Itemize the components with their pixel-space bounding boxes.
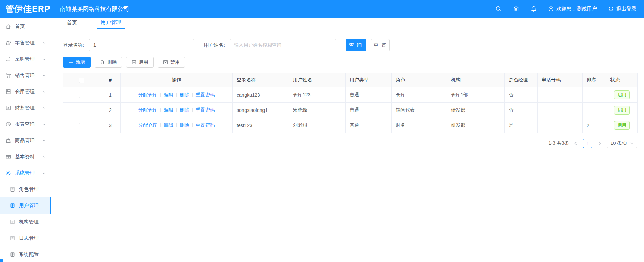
chevron-left-icon	[574, 141, 578, 145]
search-button[interactable]: 查 询	[346, 39, 366, 51]
assign-warehouse-link[interactable]: 分配仓库	[138, 92, 157, 97]
pagination: 1-3 共3条 1 10 条/页	[63, 139, 637, 148]
user-name-input[interactable]	[230, 39, 336, 51]
enable-button[interactable]: 启用	[126, 57, 154, 68]
select-all-cell	[63, 73, 100, 87]
reset-password-link[interactable]: 重置密码	[196, 92, 215, 97]
reset-button[interactable]: 重 置	[371, 39, 390, 51]
sidebar-item-log-management[interactable]: 日志管理	[0, 230, 51, 246]
tab-bar: 首页 用户管理	[51, 18, 644, 29]
row-index: 1	[100, 87, 121, 103]
select-all-checkbox[interactable]	[79, 78, 84, 83]
search-icon[interactable]	[495, 6, 502, 12]
row-checkbox[interactable]	[79, 123, 84, 128]
cell-user-name: 刘老根	[289, 118, 346, 133]
sidebar-item-purchase[interactable]: 采购管理	[0, 51, 51, 67]
user-menu[interactable]: 欢迎您，测试用户	[548, 6, 597, 12]
cell-login-name: cangku123	[233, 87, 289, 103]
reset-password-link[interactable]: 重置密码	[196, 107, 215, 113]
row-actions: 分配仓库编辑删除重置密码	[121, 103, 233, 118]
sidebar-item-label: 用户管理	[19, 202, 39, 209]
sidebar-item-home[interactable]: 首页	[0, 18, 51, 35]
row-checkbox[interactable]	[79, 93, 84, 98]
cell-role: 财务	[392, 118, 447, 133]
sidebar-item-finance[interactable]: 财务管理	[0, 100, 51, 116]
delete-button[interactable]: 删除	[95, 57, 122, 68]
assign-warehouse-link[interactable]: 分配仓库	[138, 107, 157, 113]
prev-page-button[interactable]	[572, 140, 580, 147]
sidebar: 首页 零售管理 采购管理 销售管理 仓库管理	[0, 18, 51, 262]
disable-button[interactable]: 禁用	[158, 57, 185, 68]
cell-user-name: 宋晓锋	[289, 103, 346, 118]
cell-status: 启用	[606, 87, 638, 103]
sidebar-item-reports[interactable]: 报表查询	[0, 116, 51, 132]
row-checkbox[interactable]	[79, 108, 84, 113]
sidebar-item-sales[interactable]: 销售管理	[0, 67, 51, 83]
next-page-button[interactable]	[596, 140, 603, 147]
sidebar-item-label: 角色管理	[19, 186, 39, 193]
sidebar-item-warehouse[interactable]: 仓库管理	[0, 83, 51, 100]
delete-link[interactable]: 删除	[180, 107, 189, 113]
chevron-down-icon	[42, 41, 46, 45]
reset-password-link[interactable]: 重置密码	[196, 122, 215, 128]
basic-data-icon	[5, 154, 11, 160]
sidebar-item-role-management[interactable]: 角色管理	[0, 181, 51, 197]
login-name-input[interactable]	[89, 39, 194, 51]
divider	[160, 123, 161, 127]
pagination-summary: 1-3 共3条	[549, 140, 569, 146]
sidebar-item-retail[interactable]: 零售管理	[0, 35, 51, 51]
divider	[192, 93, 193, 97]
cell-org: 仓库1部	[447, 87, 505, 103]
cell-org: 研发部	[447, 118, 505, 133]
chevron-down-icon	[42, 122, 46, 126]
system-gear-icon	[5, 170, 11, 176]
edit-link[interactable]: 编辑	[164, 107, 173, 113]
plus-icon	[69, 60, 73, 65]
col-phone: 电话号码	[538, 73, 583, 87]
cell-sort	[583, 87, 606, 103]
chevron-right-icon	[598, 141, 602, 145]
sidebar-item-system[interactable]: 系统管理	[0, 165, 51, 181]
page-number-button[interactable]: 1	[583, 139, 592, 148]
sidebar-item-org-management[interactable]: 机构管理	[0, 214, 51, 230]
cell-user-type: 普通	[346, 103, 392, 118]
divider	[176, 93, 177, 97]
sidebar-item-system-config[interactable]: 系统配置	[0, 246, 51, 262]
delete-link[interactable]: 删除	[180, 122, 189, 128]
sidebar-bottom-accent	[0, 259, 3, 262]
sidebar-item-basic-data[interactable]: 基本资料	[0, 148, 51, 165]
document-icon	[9, 251, 15, 257]
login-name-label: 登录名称:	[63, 42, 84, 48]
sidebar-item-user-management[interactable]: 用户管理	[0, 197, 51, 214]
delete-link[interactable]: 删除	[180, 92, 189, 97]
add-button[interactable]: 新增	[63, 57, 91, 68]
tab-user-management[interactable]: 用户管理	[97, 17, 125, 29]
edit-link[interactable]: 编辑	[164, 122, 173, 128]
edit-link[interactable]: 编辑	[164, 92, 173, 97]
cell-phone	[538, 118, 583, 133]
goods-icon	[5, 138, 11, 143]
page-size-select[interactable]: 10 条/页	[607, 139, 637, 148]
tab-home[interactable]: 首页	[63, 18, 81, 29]
status-badge: 启用	[614, 106, 630, 115]
home-bank-icon[interactable]	[513, 6, 519, 12]
sidebar-item-label: 基本资料	[15, 154, 35, 160]
divider	[160, 93, 161, 97]
row-index: 3	[100, 118, 121, 133]
logout-button[interactable]: 退出登录	[608, 6, 637, 12]
assign-warehouse-link[interactable]: 分配仓库	[138, 122, 157, 128]
chevron-down-icon	[42, 155, 46, 159]
col-role: 角色	[392, 73, 447, 87]
welcome-text: 欢迎您，测试用户	[556, 6, 597, 12]
cell-status: 启用	[606, 118, 638, 133]
cell-phone	[538, 87, 583, 103]
divider	[176, 108, 177, 112]
sidebar-item-goods[interactable]: 商品管理	[0, 132, 51, 148]
user-management-panel: 登录名称: 用户姓名: 查 询 重 置 新增 删除	[51, 32, 644, 148]
chevron-down-icon	[42, 74, 46, 77]
notification-bell-icon[interactable]	[531, 6, 537, 12]
sidebar-item-label: 日志管理	[19, 235, 39, 241]
app-logo: 管伊佳ERP	[5, 3, 50, 15]
user-chevron-circle-icon	[548, 6, 554, 12]
document-icon	[9, 186, 15, 192]
